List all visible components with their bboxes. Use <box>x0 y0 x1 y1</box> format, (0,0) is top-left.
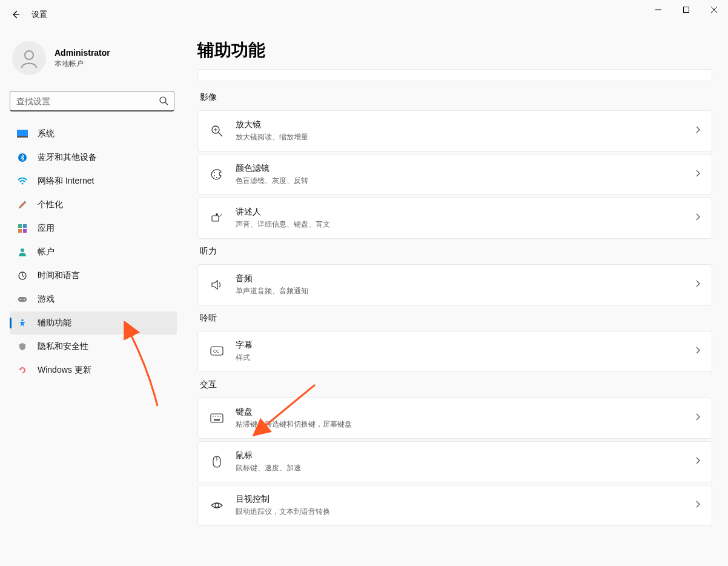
svg-point-27 <box>216 177 217 178</box>
svg-point-36 <box>220 416 221 417</box>
sidebar-item-privacy[interactable]: 隐私和安全性 <box>10 335 177 358</box>
chevron-right-icon <box>695 169 701 180</box>
sidebar-item-label: 网络和 Internet <box>38 176 94 187</box>
card-keyboard[interactable]: 键盘粘滞键、筛选键和切换键，屏幕键盘 <box>197 398 712 439</box>
sidebar-item-label: 游戏 <box>38 294 55 305</box>
close-button[interactable] <box>700 0 728 19</box>
back-arrow-icon <box>11 10 21 19</box>
card-sub: 鼠标键、速度、加速 <box>236 463 695 473</box>
avatar <box>12 41 46 75</box>
keyboard-icon <box>209 413 225 423</box>
section-heading-interaction: 交互 <box>200 379 712 390</box>
eye-icon <box>209 501 225 510</box>
card-sub: 声音、详细信息、键盘、盲文 <box>236 219 695 230</box>
sidebar-item-network[interactable]: 网络和 Internet <box>10 170 177 193</box>
collapsed-card[interactable] <box>197 69 712 81</box>
svg-rect-12 <box>23 224 27 228</box>
search-input[interactable] <box>10 91 174 112</box>
maximize-icon <box>683 7 689 13</box>
main-content: 辅助功能 影像 放大镜放大镜阅读、缩放增量 颜色滤镜色盲滤镜、灰度、反转 讲述人… <box>182 29 728 566</box>
maximize-button[interactable] <box>672 0 700 19</box>
svg-line-22 <box>219 133 222 136</box>
svg-line-6 <box>165 102 168 105</box>
card-sub: 色盲滤镜、灰度、反转 <box>236 176 695 186</box>
close-icon <box>711 7 717 13</box>
svg-point-4 <box>25 51 33 59</box>
section-heading-hearing: 听力 <box>200 246 712 257</box>
card-mouse[interactable]: 鼠标鼠标键、速度、加速 <box>197 441 712 482</box>
svg-text:CC: CC <box>213 349 219 353</box>
cc-icon: CC <box>209 346 225 357</box>
svg-point-29 <box>216 213 218 216</box>
section-heading-captions: 聆听 <box>200 313 712 324</box>
user-block[interactable]: Administrator 本地帐户 <box>7 34 179 86</box>
svg-rect-8 <box>17 136 28 138</box>
card-title: 讲述人 <box>236 207 695 218</box>
svg-rect-14 <box>23 229 27 233</box>
sidebar-item-gaming[interactable]: 游戏 <box>10 288 177 311</box>
chevron-right-icon <box>695 346 701 357</box>
svg-rect-13 <box>18 229 22 233</box>
card-color-filter[interactable]: 颜色滤镜色盲滤镜、灰度、反转 <box>197 154 712 195</box>
search-icon <box>159 96 168 108</box>
sidebar-item-personalization[interactable]: 个性化 <box>10 193 177 216</box>
narrator-icon <box>209 211 225 225</box>
card-title: 鼠标 <box>236 450 695 461</box>
user-sub: 本地帐户 <box>55 59 110 69</box>
card-eye-control[interactable]: 目视控制眼动追踪仪，文本到语音转换 <box>197 485 712 526</box>
sidebar-item-system[interactable]: 系统 <box>10 122 177 145</box>
svg-point-26 <box>214 175 215 176</box>
svg-point-33 <box>213 416 214 417</box>
card-narrator[interactable]: 讲述人声音、详细信息、键盘、盲文 <box>197 198 712 239</box>
user-name: Administrator <box>55 48 110 58</box>
sidebar-item-accounts[interactable]: 帐户 <box>10 241 177 264</box>
chevron-right-icon <box>695 413 701 424</box>
svg-point-25 <box>214 172 215 173</box>
svg-point-18 <box>20 299 21 300</box>
card-sub: 粘滞键、筛选键和切换键，屏幕键盘 <box>236 419 695 430</box>
apps-icon <box>17 223 28 234</box>
svg-point-20 <box>21 319 24 322</box>
sidebar-item-label: 应用 <box>38 223 55 234</box>
svg-point-5 <box>160 97 166 103</box>
accessibility-icon <box>17 318 28 328</box>
card-title: 目视控制 <box>236 494 695 505</box>
card-sub: 样式 <box>236 353 695 363</box>
card-captions[interactable]: CC 字幕样式 <box>197 331 712 372</box>
account-icon <box>17 247 28 258</box>
svg-point-40 <box>215 504 219 507</box>
chevron-right-icon <box>695 456 701 467</box>
page-title: 辅助功能 <box>197 39 712 62</box>
sidebar-item-label: Windows 更新 <box>38 365 91 376</box>
sidebar-item-label: 隐私和安全性 <box>38 341 88 352</box>
svg-rect-28 <box>212 216 219 221</box>
sidebar: Administrator 本地帐户 系统 蓝牙和其他设备 网络和 Intern… <box>0 29 182 566</box>
svg-point-35 <box>217 416 219 417</box>
card-sub: 放大镜阅读、缩放增量 <box>236 132 695 142</box>
sidebar-item-time[interactable]: 时间和语言 <box>10 264 177 287</box>
minimize-button[interactable] <box>644 0 672 19</box>
svg-point-19 <box>24 299 25 300</box>
card-title: 颜色滤镜 <box>236 163 695 174</box>
minimize-icon <box>655 7 661 13</box>
chevron-right-icon <box>695 500 701 511</box>
sidebar-item-apps[interactable]: 应用 <box>10 217 177 240</box>
gamepad-icon <box>17 294 28 305</box>
sidebar-item-bluetooth[interactable]: 蓝牙和其他设备 <box>10 146 177 169</box>
sidebar-item-accessibility[interactable]: 辅助功能 <box>10 311 177 335</box>
bluetooth-icon <box>17 152 28 163</box>
magnifier-icon <box>209 124 225 138</box>
sidebar-item-label: 系统 <box>38 128 55 139</box>
card-title: 音频 <box>236 273 695 284</box>
monitor-icon <box>17 128 28 139</box>
card-audio[interactable]: 音频单声道音频、音频通知 <box>197 264 712 305</box>
update-icon <box>17 365 28 376</box>
back-button[interactable] <box>5 4 27 25</box>
sidebar-item-update[interactable]: Windows 更新 <box>10 359 177 382</box>
sidebar-item-label: 帐户 <box>38 247 55 258</box>
sidebar-item-label: 辅助功能 <box>38 318 71 328</box>
svg-rect-37 <box>214 419 220 421</box>
card-magnifier[interactable]: 放大镜放大镜阅读、缩放增量 <box>197 110 712 151</box>
card-title: 字幕 <box>236 340 695 351</box>
svg-point-10 <box>22 183 24 185</box>
